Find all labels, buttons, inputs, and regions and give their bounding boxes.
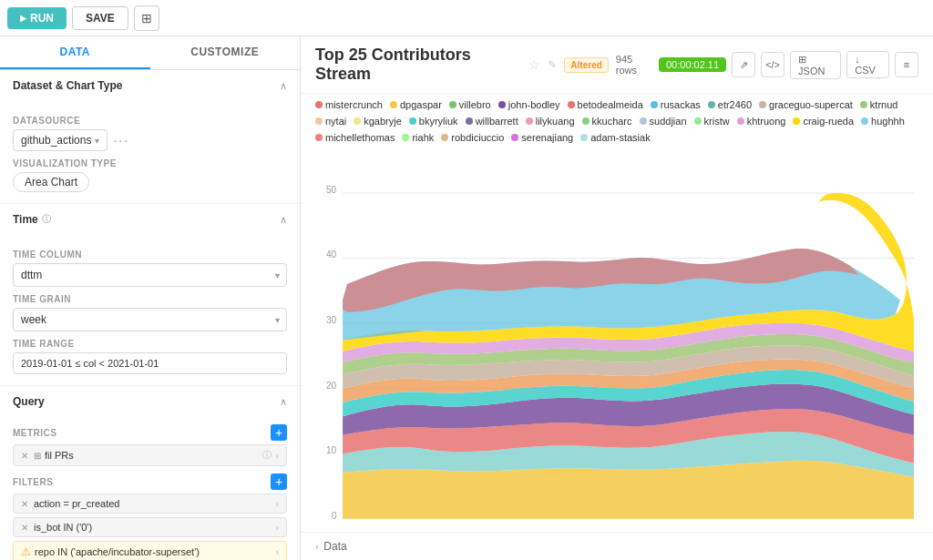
legend-item: mistercrunch bbox=[315, 97, 390, 112]
chart-header: Top 25 Contributors Stream ☆ ✎ Altered 9… bbox=[301, 36, 933, 94]
legend-label: nytai bbox=[325, 116, 346, 127]
filter-label-1: is_bot IN ('0') bbox=[34, 522, 272, 533]
time-section: Time ⓘ ∧ TIME COLUMN dttm TIME GRAIN bbox=[0, 204, 300, 386]
filters-header-row: FILTERS + bbox=[13, 473, 287, 490]
legend-dot bbox=[759, 101, 766, 108]
legend-dot bbox=[580, 134, 588, 141]
legend-label: suddjian bbox=[650, 116, 687, 127]
legend-item: khtruong bbox=[737, 114, 794, 128]
tab-data[interactable]: DATA bbox=[0, 36, 150, 69]
legend-dot bbox=[466, 117, 473, 125]
legend-dot bbox=[860, 101, 867, 108]
legend-dot bbox=[708, 101, 715, 108]
metric-label-0: fil PRs bbox=[45, 450, 259, 461]
json-btn[interactable]: ⊞ JSON bbox=[790, 51, 841, 79]
svg-text:40: 40 bbox=[326, 249, 337, 260]
legend-label: dpgaspar bbox=[400, 99, 442, 110]
data-footer[interactable]: › Data bbox=[301, 532, 933, 560]
run-button[interactable]: RUN bbox=[7, 7, 67, 29]
query-section-header[interactable]: Query ∧ bbox=[0, 386, 300, 417]
metric-row-0: ✕ ⊞ fil PRs ⓘ › bbox=[13, 444, 287, 466]
more-options-btn[interactable]: ≡ bbox=[895, 52, 918, 77]
svg-text:July: July bbox=[809, 527, 826, 528]
legend-item: nytai bbox=[315, 114, 354, 128]
time-column-wrapper: dttm bbox=[13, 263, 287, 287]
time-column-select[interactable]: dttm bbox=[13, 263, 287, 287]
datasource-label: DATASOURCE bbox=[13, 116, 287, 126]
metric-remove-btn-0[interactable]: ✕ bbox=[21, 451, 28, 461]
viz-type-tag[interactable]: Area Chart bbox=[13, 172, 89, 192]
time-info-icon[interactable]: ⓘ bbox=[42, 213, 51, 226]
time-grain-select[interactable]: week bbox=[13, 308, 287, 331]
legend-label: rusackas bbox=[661, 99, 701, 110]
legend-item: john-bodley bbox=[498, 97, 568, 112]
csv-btn[interactable]: ↓ CSV bbox=[846, 51, 889, 78]
filter-warning-icon: ⚠ bbox=[21, 545, 31, 558]
metric-expand-icon-0[interactable]: › bbox=[275, 450, 279, 461]
save-button[interactable]: SAVE bbox=[72, 6, 128, 30]
chart-legend: mistercrunchdpgasparvillebrojohn-bodleyb… bbox=[301, 94, 933, 148]
dataset-section-title: Dataset & Chart Type bbox=[13, 79, 122, 92]
time-range-select[interactable]: 2019-01-01 ≤ col < 2021-01-01 bbox=[13, 352, 287, 374]
add-filter-btn[interactable]: + bbox=[271, 473, 287, 490]
toolbar-extra-icon[interactable]: ⊞ bbox=[134, 5, 159, 31]
datasource-options-btn[interactable]: ··· bbox=[113, 133, 129, 148]
legend-dot bbox=[651, 101, 658, 108]
query-chevron-icon: ∧ bbox=[280, 396, 287, 408]
legend-item: kgabryje bbox=[354, 114, 409, 128]
dataset-section-body: DATASOURCE github_actions ··· VISUALIZAT… bbox=[0, 101, 300, 203]
legend-label: betodealmeida bbox=[578, 99, 643, 110]
right-panel: Top 25 Contributors Stream ☆ ✎ Altered 9… bbox=[301, 36, 933, 560]
dataset-section-header[interactable]: Dataset & Chart Type ∧ bbox=[0, 70, 300, 101]
legend-label: robdiciuccio bbox=[451, 132, 504, 143]
filter-remove-btn-1[interactable]: ✕ bbox=[21, 523, 28, 533]
panel-content: Dataset & Chart Type ∧ DATASOURCE github… bbox=[0, 70, 300, 560]
legend-item: robdiciuccio bbox=[441, 130, 511, 145]
chart-title: Top 25 Contributors Stream bbox=[315, 46, 521, 84]
legend-label: kkucharc bbox=[592, 116, 632, 127]
query-time-badge: 00:00:02.11 bbox=[659, 57, 726, 72]
dataset-chevron-icon: ∧ bbox=[280, 80, 287, 92]
legend-dot bbox=[793, 117, 800, 125]
legend-label: michellethomas bbox=[325, 132, 395, 143]
time-section-header[interactable]: Time ⓘ ∧ bbox=[0, 204, 300, 235]
datasource-select[interactable]: github_actions bbox=[13, 129, 108, 151]
legend-label: riahk bbox=[412, 132, 434, 143]
tab-customize[interactable]: CUSTOMIZE bbox=[150, 36, 301, 69]
legend-label: lilykuang bbox=[536, 116, 575, 127]
legend-item: villebro bbox=[449, 97, 498, 112]
star-icon[interactable]: ☆ bbox=[528, 57, 540, 72]
time-section-body: TIME COLUMN dttm TIME GRAIN week TIME RA… bbox=[0, 235, 300, 385]
stream-chart-svg: 0 10 20 30 40 50 2019 April July October… bbox=[315, 156, 918, 528]
filter-remove-btn-0[interactable]: ✕ bbox=[21, 499, 28, 509]
filter-label-0: action = pr_created bbox=[34, 498, 272, 509]
filter-expand-icon-1[interactable]: › bbox=[275, 522, 279, 533]
legend-item: dpgaspar bbox=[390, 97, 449, 112]
legend-label: adam-stasiak bbox=[590, 132, 650, 143]
legend-label: john-bodley bbox=[508, 99, 560, 110]
legend-dot bbox=[526, 117, 533, 125]
legend-label: willbarrett bbox=[476, 116, 518, 127]
legend-dot bbox=[315, 134, 323, 141]
legend-label: graceguo-supercat bbox=[769, 99, 853, 110]
add-metric-btn[interactable]: + bbox=[271, 424, 287, 441]
edit-icon[interactable]: ✎ bbox=[548, 58, 557, 71]
legend-dot bbox=[441, 134, 448, 141]
legend-dot bbox=[449, 101, 456, 108]
filter-row-0: ✕ action = pr_created › bbox=[13, 494, 287, 514]
legend-item: bkyryliuk bbox=[409, 114, 466, 128]
legend-dot bbox=[498, 101, 506, 108]
time-section-title: Time ⓘ bbox=[13, 213, 51, 226]
filter-expand-icon-2[interactable]: › bbox=[275, 546, 279, 557]
legend-dot bbox=[402, 134, 409, 141]
legend-label: craig-rueda bbox=[803, 116, 854, 127]
filter-row-1: ✕ is_bot IN ('0') › bbox=[13, 517, 287, 537]
metric-info-icon-0[interactable]: ⓘ bbox=[262, 449, 272, 462]
code-icon-btn[interactable]: </> bbox=[761, 52, 784, 77]
share-icon-btn[interactable]: ⇗ bbox=[732, 52, 755, 77]
filter-expand-icon-0[interactable]: › bbox=[275, 498, 279, 509]
metric-filter-icon: ⊞ bbox=[34, 451, 41, 461]
legend-item: ktrnud bbox=[860, 97, 906, 112]
time-grain-wrapper: week bbox=[13, 308, 287, 331]
legend-item: michellethomas bbox=[315, 130, 402, 145]
